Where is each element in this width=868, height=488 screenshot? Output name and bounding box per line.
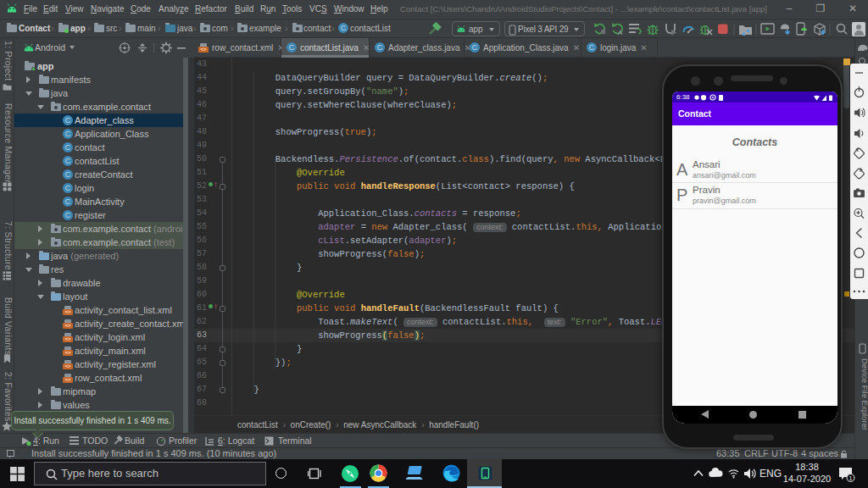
svg-text:A: A [618, 29, 623, 36]
svg-text:1: 1 [849, 475, 853, 481]
